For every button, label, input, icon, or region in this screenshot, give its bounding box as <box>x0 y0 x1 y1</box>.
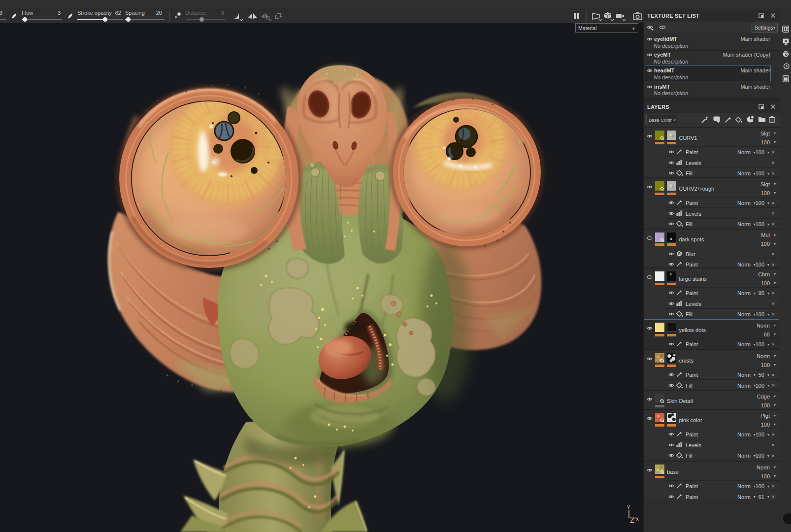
svg-text:S: S <box>678 251 681 256</box>
svg-text:Z: Z <box>630 516 634 524</box>
svg-text:Y: Y <box>627 505 630 510</box>
svg-text:1: 1 <box>661 26 663 29</box>
svg-text:X: X <box>636 517 639 522</box>
